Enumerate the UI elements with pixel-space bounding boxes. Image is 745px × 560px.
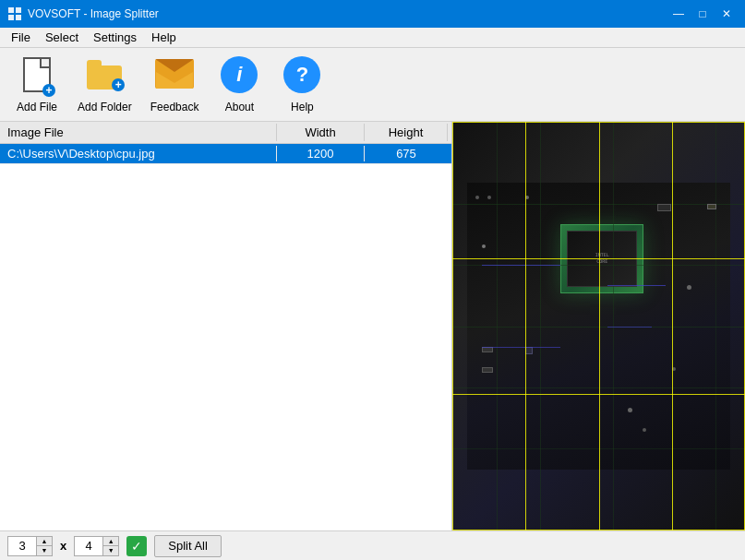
rows-spinner[interactable]: ▲ ▼ bbox=[7, 536, 53, 556]
add-file-button[interactable]: + Add File bbox=[7, 49, 66, 117]
cell-height: 675 bbox=[365, 146, 448, 161]
table-row[interactable]: C:\Users\V\Desktop\cpu.jpg 1200 675 bbox=[0, 144, 451, 164]
help-button[interactable]: ? Help bbox=[272, 49, 331, 117]
add-file-icon: + bbox=[15, 53, 59, 97]
window-controls: — □ ✕ bbox=[667, 5, 738, 23]
feedback-icon bbox=[152, 53, 197, 97]
svg-rect-1 bbox=[16, 7, 21, 13]
feedback-button[interactable]: Feedback bbox=[143, 49, 207, 117]
rows-down-button[interactable]: ▼ bbox=[37, 545, 52, 554]
cols-spinner-group: ▲ ▼ bbox=[74, 536, 119, 556]
svg-rect-3 bbox=[16, 15, 21, 20]
column-header-file: Image File bbox=[0, 124, 277, 141]
file-list-body[interactable]: C:\Users\V\Desktop\cpu.jpg 1200 675 bbox=[0, 144, 451, 530]
file-list-header: Image File Width Height bbox=[0, 122, 451, 144]
bottom-bar: ▲ ▼ x ▲ ▼ ✓ Split All bbox=[0, 530, 745, 560]
column-header-width: Width bbox=[277, 124, 365, 141]
app-title: VOVSOFT - Image Splitter bbox=[28, 7, 159, 20]
menu-help[interactable]: Help bbox=[144, 29, 184, 46]
file-list-panel: Image File Width Height C:\Users\V\Deskt… bbox=[0, 122, 452, 530]
menu-bar: File Select Settings Help bbox=[0, 28, 745, 48]
cols-up-button[interactable]: ▲ bbox=[103, 537, 118, 546]
cols-input[interactable] bbox=[75, 537, 102, 555]
column-header-height: Height bbox=[365, 124, 448, 141]
add-folder-label: Add Folder bbox=[78, 101, 132, 113]
maximize-button[interactable]: □ bbox=[691, 5, 714, 23]
cpu-image: INTELCORE bbox=[452, 122, 745, 530]
split-all-button[interactable]: Split All bbox=[154, 535, 222, 557]
image-preview: INTELCORE bbox=[452, 122, 745, 530]
help-label: Help bbox=[291, 101, 314, 113]
svg-marker-5 bbox=[156, 72, 193, 89]
add-file-label: Add File bbox=[17, 101, 57, 113]
about-label: About bbox=[225, 101, 254, 113]
menu-settings[interactable]: Settings bbox=[86, 29, 144, 46]
menu-select[interactable]: Select bbox=[38, 29, 86, 46]
x-separator: x bbox=[60, 539, 66, 553]
about-button[interactable]: i About bbox=[210, 49, 269, 117]
add-folder-button[interactable]: + Add Folder bbox=[70, 49, 139, 117]
svg-rect-0 bbox=[8, 7, 14, 13]
svg-rect-2 bbox=[8, 15, 14, 20]
cell-width: 1200 bbox=[277, 146, 365, 161]
add-folder-icon: + bbox=[82, 53, 126, 97]
rows-spinner-group: ▲ ▼ bbox=[7, 536, 53, 556]
app-icon bbox=[7, 6, 22, 21]
menu-file[interactable]: File bbox=[4, 29, 38, 46]
toolbar: + Add File + Add Folder bbox=[0, 48, 745, 122]
cols-spinner[interactable]: ▲ ▼ bbox=[74, 536, 119, 556]
help-icon: ? bbox=[280, 53, 324, 97]
content-area: Image File Width Height C:\Users\V\Deskt… bbox=[0, 122, 745, 560]
close-button[interactable]: ✕ bbox=[715, 5, 738, 23]
preview-panel: INTELCORE bbox=[452, 122, 745, 530]
feedback-label: Feedback bbox=[150, 101, 199, 113]
minimize-button[interactable]: — bbox=[667, 5, 690, 23]
cell-filename: C:\Users\V\Desktop\cpu.jpg bbox=[0, 146, 277, 161]
about-icon: i bbox=[217, 53, 261, 97]
title-bar: VOVSOFT - Image Splitter — □ ✕ bbox=[0, 0, 745, 28]
rows-up-button[interactable]: ▲ bbox=[37, 537, 52, 546]
cols-down-button[interactable]: ▼ bbox=[103, 545, 118, 554]
confirm-icon[interactable]: ✓ bbox=[126, 536, 147, 556]
rows-input[interactable] bbox=[8, 537, 36, 555]
